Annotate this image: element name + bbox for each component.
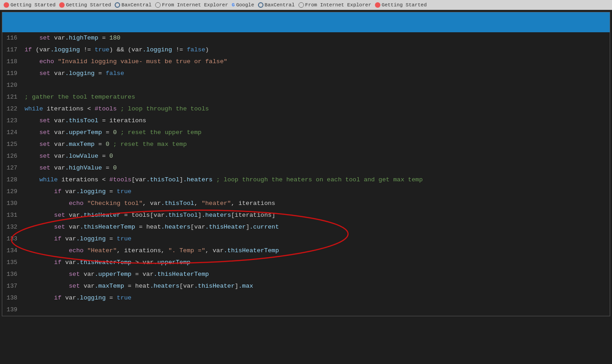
- code-line: 131 set var.thisHeater = tools[var.thisT…: [2, 209, 610, 221]
- line-content: set var.logging = false: [23, 68, 124, 80]
- line-content: echo "Heater", iterations, ". Temp =", v…: [23, 245, 279, 257]
- line-number: 120: [2, 80, 23, 91]
- tab-6[interactable]: BaxCentral: [258, 2, 295, 8]
- line-content: set var.thisHeaterTemp = heat.heaters[va…: [23, 221, 279, 233]
- code-line: 132 set var.thisHeaterTemp = heat.heater…: [2, 221, 610, 233]
- code-line: 117if (var.logging != true) && (var.logg…: [2, 44, 610, 56]
- title-bar: [2, 12, 610, 32]
- editor-window: 116 set var.highTemp = 180117if (var.log…: [2, 12, 610, 316]
- tab-4[interactable]: From Internet Explorer: [155, 2, 228, 8]
- code-line: 116 set var.highTemp = 180: [2, 32, 610, 44]
- code-line: 126 set var.lowValue = 0: [2, 150, 610, 162]
- g-favicon: G: [232, 2, 235, 8]
- code-line: 138 if var.logging = true: [2, 292, 610, 304]
- line-number: 136: [2, 269, 23, 280]
- line-content: set var.lowValue = 0: [23, 150, 113, 162]
- tab-5[interactable]: G Google: [232, 2, 254, 8]
- code-line: 118 echo "Invalid logging value- must be…: [2, 56, 610, 68]
- globe-favicon-2: [258, 2, 263, 8]
- line-content: echo "Checking tool", var.thisTool, "hea…: [23, 198, 275, 209]
- code-line: 125 set var.maxTemp = 0 ; reset the max …: [2, 139, 610, 150]
- line-content: if (var.logging != true) && (var.logging…: [23, 44, 209, 56]
- code-line: 121; gather the tool temperatures: [2, 91, 610, 103]
- checkbox-favicon-1: [155, 2, 161, 8]
- line-content: set var.thisHeater = tools[var.thisTool]…: [23, 209, 275, 221]
- line-number: 119: [2, 68, 23, 80]
- fire-favicon-3: [375, 2, 380, 8]
- line-number: 126: [2, 150, 23, 162]
- line-number: 116: [2, 32, 23, 44]
- line-content: while iterations < #tools ; loop through…: [23, 103, 209, 115]
- line-number: 117: [2, 44, 23, 56]
- fire-favicon-2: [59, 2, 65, 8]
- tab-7[interactable]: From Internet Explorer: [298, 2, 371, 8]
- line-content: if var.logging = true: [23, 233, 132, 245]
- line-content: echo "Invalid logging value- must be tru…: [23, 56, 228, 68]
- line-content: set var.thisTool = iterations: [23, 115, 146, 127]
- tab-8[interactable]: Getting Started: [375, 2, 427, 8]
- code-line: 119 set var.logging = false: [2, 68, 610, 80]
- code-line: 133 if var.logging = true: [2, 233, 610, 245]
- code-line: 128 while iterations < #tools[var.thisTo…: [2, 174, 610, 186]
- line-number: 124: [2, 127, 23, 139]
- line-number: 132: [2, 221, 23, 233]
- line-content: set var.highValue = 0: [23, 162, 117, 174]
- line-content: set var.upperTemp = var.thisHeaterTemp: [23, 269, 209, 280]
- code-line: 129 if var.logging = true: [2, 186, 610, 198]
- line-number: 139: [2, 304, 23, 316]
- line-number: 134: [2, 245, 23, 257]
- line-number: 123: [2, 115, 23, 127]
- code-line: 139: [2, 304, 610, 316]
- tab-2[interactable]: Getting Started: [59, 2, 111, 8]
- line-number: 130: [2, 198, 23, 209]
- code-line: 122while iterations < #tools ; loop thro…: [2, 103, 610, 115]
- code-line: 127 set var.highValue = 0: [2, 162, 610, 174]
- line-content: [23, 304, 28, 316]
- line-number: 118: [2, 56, 23, 68]
- tab-3[interactable]: BaxCentral: [115, 2, 152, 8]
- line-number: 128: [2, 174, 23, 186]
- code-line: 124 set var.upperTemp = 0 ; reset the up…: [2, 127, 610, 139]
- browser-toolbar: Getting Started Getting Started BaxCentr…: [0, 0, 612, 10]
- line-content: while iterations < #tools[var.thisTool].…: [23, 174, 423, 186]
- checkbox-favicon-2: [298, 2, 304, 8]
- line-number: 121: [2, 91, 23, 103]
- line-content: set var.maxTemp = heat.heaters[var.thisH…: [23, 280, 253, 292]
- code-area[interactable]: 116 set var.highTemp = 180117if (var.log…: [2, 32, 610, 316]
- line-content: set var.maxTemp = 0 ; reset the max temp: [23, 139, 187, 150]
- line-number: 133: [2, 233, 23, 245]
- code-line: 137 set var.maxTemp = heat.heaters[var.t…: [2, 280, 610, 292]
- line-number: 122: [2, 103, 23, 115]
- code-line: 120: [2, 80, 610, 91]
- tab-1[interactable]: Getting Started: [4, 2, 56, 8]
- line-number: 129: [2, 186, 23, 198]
- code-wrapper: 116 set var.highTemp = 180117if (var.log…: [2, 32, 610, 316]
- line-content: set var.upperTemp = 0 ; reset the upper …: [23, 127, 202, 139]
- line-number: 125: [2, 139, 23, 150]
- code-line: 134 echo "Heater", iterations, ". Temp =…: [2, 245, 610, 257]
- code-line: 123 set var.thisTool = iterations: [2, 115, 610, 127]
- line-content: if var.logging = true: [23, 292, 132, 304]
- code-line: 135 if var.thisHeaterTemp > var.upperTem…: [2, 257, 610, 269]
- line-content: if var.logging = true: [23, 186, 132, 198]
- line-content: [23, 80, 28, 91]
- line-number: 138: [2, 292, 23, 304]
- fire-favicon-1: [4, 2, 9, 8]
- line-number: 127: [2, 162, 23, 174]
- line-number: 135: [2, 257, 23, 269]
- code-lines: 116 set var.highTemp = 180117if (var.log…: [2, 32, 610, 316]
- line-content: set var.highTemp = 180: [23, 32, 121, 44]
- line-number: 131: [2, 209, 23, 221]
- line-number: 137: [2, 280, 23, 292]
- globe-favicon-1: [115, 2, 120, 8]
- code-line: 136 set var.upperTemp = var.thisHeaterTe…: [2, 269, 610, 280]
- line-content: if var.thisHeaterTemp > var.upperTemp: [23, 257, 191, 269]
- code-line: 130 echo "Checking tool", var.thisTool, …: [2, 198, 610, 209]
- line-content: ; gather the tool temperatures: [23, 91, 135, 103]
